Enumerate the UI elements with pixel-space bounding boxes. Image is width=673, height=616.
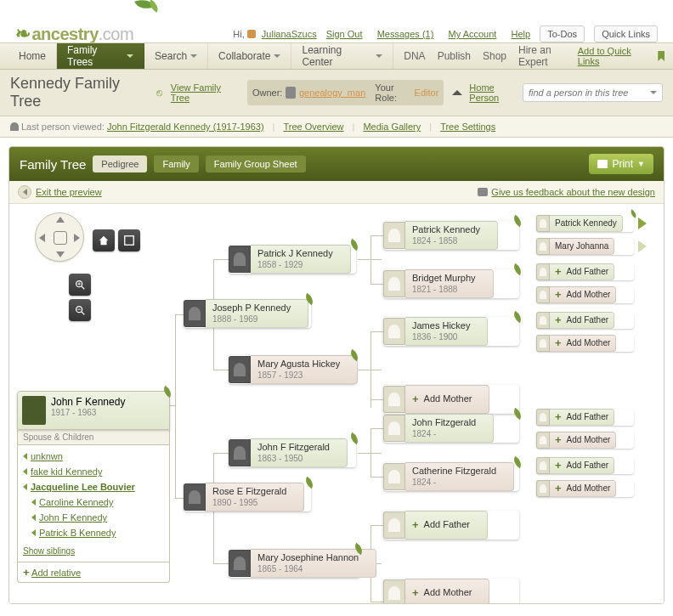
help-link[interactable]: Help	[512, 29, 531, 39]
username-link[interactable]: JulianaSzucs	[262, 29, 317, 39]
person-card[interactable]: Mary Josephine Hannon1865 - 1964	[229, 549, 360, 578]
list-item[interactable]: fake kid Kennedy	[23, 464, 164, 479]
add-father-card[interactable]: +Add Father	[536, 457, 634, 474]
hint-leaf-icon[interactable]	[511, 311, 523, 324]
tab-family-group-sheet[interactable]: Family Group Sheet	[206, 155, 306, 172]
add-mother-card[interactable]: +Add Mother	[383, 385, 519, 414]
relative-link[interactable]: unknwn	[31, 451, 63, 461]
hint-leaf-icon[interactable]	[303, 477, 315, 489]
person-card[interactable]: Rose E Fitzgerald1890 - 1995	[184, 483, 311, 511]
nav-learning[interactable]: Learning Center	[291, 43, 393, 69]
relative-link[interactable]: Jacqueline Lee Bouvier	[31, 482, 135, 492]
add-relative-link[interactable]: Add relative	[31, 568, 81, 578]
home-view-button[interactable]	[93, 229, 115, 251]
compass[interactable]	[35, 212, 84, 262]
tab-pedigree[interactable]: Pedigree	[93, 155, 147, 172]
add-mother-card[interactable]: +Add Mother	[536, 335, 634, 352]
feedback-link[interactable]: Give us feedback about the new design	[491, 187, 655, 197]
print-button[interactable]: Print ▼	[589, 154, 653, 174]
hint-leaf-icon[interactable]	[348, 432, 360, 445]
person-card[interactable]: Patrick J Kennedy1858 - 1929	[229, 245, 356, 274]
person-card[interactable]: John Fitzgerald1824 -	[383, 414, 519, 443]
owner-link[interactable]: genealogy_man	[299, 88, 365, 98]
nav-search[interactable]: Search	[144, 43, 208, 69]
add-mother-card[interactable]: +Add Mother	[536, 480, 634, 497]
account-link[interactable]: My Account	[449, 29, 497, 39]
back-button[interactable]	[18, 185, 31, 199]
pan-up-icon[interactable]	[56, 217, 65, 223]
person-card-small[interactable]: Patrick Kennedy	[536, 215, 634, 232]
view-family-tree-link[interactable]: View Family Tree	[171, 82, 239, 103]
person-card[interactable]: John F Fitzgerald1863 - 1950	[229, 438, 356, 467]
person-name: Patrick Kennedy	[412, 224, 480, 235]
add-father-card[interactable]: +Add Father	[536, 312, 634, 329]
nav-dna[interactable]: DNA	[404, 50, 425, 62]
tree-area[interactable]: Joseph P Kennedy1888 - 1969 Rose E Fitzg…	[9, 204, 664, 603]
person-card[interactable]: James Hickey1836 - 1900	[383, 317, 519, 346]
zoom-out-button[interactable]	[69, 299, 91, 321]
add-father-card[interactable]: +Add Father	[536, 263, 634, 280]
todos-button[interactable]: To-Dos	[540, 25, 585, 42]
tree-overview-link[interactable]: Tree Overview	[283, 122, 343, 132]
hint-leaf-icon[interactable]	[511, 215, 523, 228]
caret-icon	[274, 54, 280, 58]
person-card[interactable]: Patrick Kennedy1824 - 1858	[383, 221, 519, 250]
media-gallery-link[interactable]: Media Gallery	[363, 122, 421, 132]
tab-family[interactable]: Family	[154, 155, 198, 172]
relative-link[interactable]: Caroline Kennedy	[39, 497, 113, 507]
home-person-link[interactable]: Home Person	[469, 82, 516, 103]
exit-preview-link[interactable]: Exit the preview	[36, 187, 102, 197]
center-icon[interactable]	[54, 231, 67, 245]
person-photo	[229, 246, 251, 273]
messages-link[interactable]: Messages (1)	[377, 29, 434, 39]
arrow-icon	[31, 529, 36, 536]
person-card[interactable]: Bridget Murphy1821 - 1888	[383, 269, 519, 298]
search-person-input[interactable]	[523, 83, 663, 102]
person-card[interactable]: Joseph P Kennedy1888 - 1969	[184, 299, 311, 328]
arrow-icon	[23, 453, 27, 460]
list-item[interactable]: John F Kennedy	[23, 510, 164, 525]
zoom-in-button[interactable]	[69, 274, 91, 296]
avatar-icon	[286, 87, 296, 99]
person-card[interactable]: Mary Agusta Hickey1857 - 1923	[229, 355, 356, 384]
pan-down-icon[interactable]	[56, 251, 65, 257]
person-name: Mary Johanna	[555, 241, 608, 251]
scroll-right-button[interactable]	[638, 240, 647, 252]
nav-shop[interactable]: Shop	[483, 50, 506, 62]
relative-link[interactable]: John F Kennedy	[39, 512, 107, 523]
show-siblings-link[interactable]: Show siblings	[23, 546, 75, 556]
list-item[interactable]: Caroline Kennedy	[23, 494, 164, 510]
add-mother-card[interactable]: +Add Mother	[383, 579, 519, 604]
nav-publish[interactable]: Publish	[438, 50, 471, 62]
add-father-card[interactable]: +Add Father	[383, 511, 519, 540]
add-father-card[interactable]: +Add Father	[536, 409, 634, 426]
hint-leaf-icon[interactable]	[511, 263, 523, 276]
quicklinks-button[interactable]: Quick Links	[594, 25, 658, 42]
pan-left-icon[interactable]	[39, 234, 45, 242]
last-viewed-link[interactable]: John Fitzgerald Kennedy (1917-1963)	[107, 122, 264, 132]
focus-card[interactable]: John F Kennedy 1917 - 1963	[17, 391, 170, 430]
relative-link[interactable]: Patrick B Kennedy	[39, 528, 116, 538]
hint-leaf-icon[interactable]	[629, 209, 638, 218]
relative-link[interactable]: fake kid Kennedy	[31, 466, 102, 477]
scroll-right-button[interactable]	[638, 218, 647, 229]
add-quick-link[interactable]: Add to Quick Links	[578, 46, 653, 66]
list-item[interactable]: unknwn	[23, 449, 164, 464]
fullscreen-button[interactable]	[118, 229, 140, 251]
list-item[interactable]: Jacqueline Lee Bouvier	[23, 479, 164, 494]
pan-right-icon[interactable]	[74, 234, 80, 242]
nav-hire[interactable]: Hire an Expert	[518, 44, 578, 68]
nav-family-trees[interactable]: Family Trees	[57, 43, 144, 69]
list-item[interactable]: Patrick B Kennedy	[23, 525, 164, 540]
person-name: Rose E Fitzgerald	[212, 486, 286, 497]
person-card[interactable]: Catherine Fitzgerald1824 -	[383, 462, 519, 491]
signout-link[interactable]: Sign Out	[326, 29, 363, 39]
hint-leaf-icon[interactable]	[161, 386, 173, 398]
connector	[370, 477, 383, 478]
person-card-small[interactable]: Mary Johanna	[536, 238, 634, 255]
add-mother-card[interactable]: +Add Mother	[536, 432, 634, 449]
add-mother-card[interactable]: +Add Mother	[536, 286, 634, 303]
tree-settings-link[interactable]: Tree Settings	[440, 122, 495, 132]
nav-home[interactable]: Home	[8, 43, 57, 69]
nav-collaborate[interactable]: Collaborate	[208, 43, 291, 69]
